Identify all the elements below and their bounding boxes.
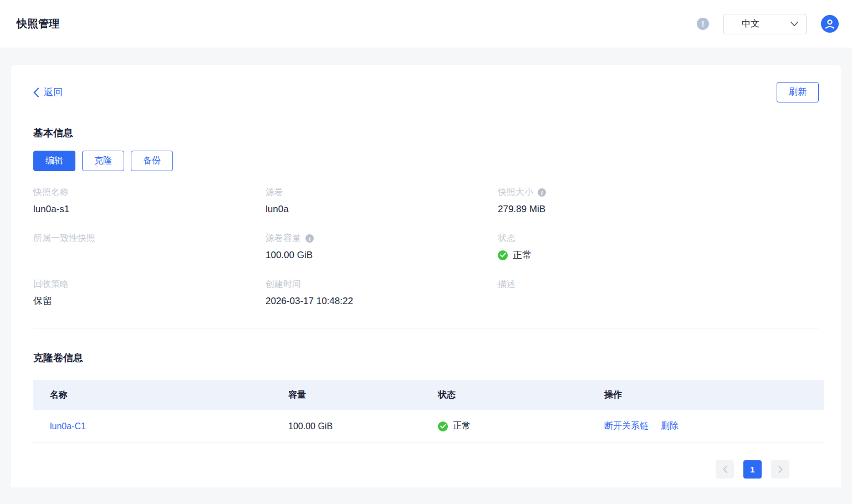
column-header-actions: 操作 (604, 389, 824, 401)
back-link[interactable]: 返回 (33, 86, 63, 99)
field-value: 保留 (33, 295, 266, 307)
field-value (498, 295, 819, 307)
chevron-left-icon (33, 88, 39, 97)
backup-button[interactable]: 备份 (131, 151, 173, 171)
section-divider (33, 328, 819, 328)
header-actions: ! 中文 (697, 14, 839, 34)
disconnect-relation-link[interactable]: 断开关系链 (604, 420, 649, 432)
field-value: 2026-03-17 10:48:22 (266, 295, 498, 307)
info-icon[interactable]: i (538, 188, 546, 197)
field-description: 描述 (498, 279, 819, 307)
status-ok-check-icon (438, 421, 448, 431)
field-source-capacity: 源卷容量 i 100.00 GiB (266, 233, 498, 261)
back-label: 返回 (44, 86, 63, 99)
field-label: 快照大小 i (498, 187, 819, 198)
refresh-button[interactable]: 刷新 (777, 82, 819, 102)
field-value: lun0a-s1 (33, 203, 266, 215)
column-header-status: 状态 (438, 389, 604, 401)
field-reclaim-policy: 回收策略 保留 (33, 279, 266, 307)
clone-volume-link[interactable]: lun0a-C1 (50, 421, 86, 431)
field-value: lun0a (266, 203, 498, 215)
clone-volume-table: 名称 容量 状态 操作 lun0a-C1 100.00 GiB 正常 断开关系链… (33, 380, 824, 443)
field-label: 回收策略 (33, 279, 266, 290)
status-ok-check-icon (498, 250, 508, 260)
column-header-name: 名称 (33, 389, 288, 401)
status-text: 正常 (513, 249, 532, 261)
field-snapshot-size: 快照大小 i 279.89 MiB (498, 187, 819, 215)
field-value: 279.89 MiB (498, 203, 819, 215)
field-create-time: 创建时间 2026-03-17 10:48:22 (266, 279, 498, 307)
column-header-capacity: 容量 (288, 389, 438, 401)
language-select[interactable]: 中文 (723, 14, 807, 34)
field-label: 源卷 (266, 187, 498, 198)
cell-capacity: 100.00 GiB (288, 421, 438, 431)
basic-info-grid: 快照名称 lun0a-s1 源卷 lun0a 快照大小 i 279.89 MiB… (33, 187, 819, 307)
field-label: 所属一致性快照 (33, 233, 266, 244)
chevron-down-icon (790, 22, 798, 27)
delete-link[interactable]: 删除 (661, 420, 678, 432)
cell-actions: 断开关系链 删除 (604, 420, 824, 432)
user-icon (824, 18, 835, 29)
top-header: 快照管理 ! 中文 (0, 0, 852, 48)
row-status: 正常 (438, 420, 471, 432)
field-label: 描述 (498, 279, 819, 290)
status-text: 正常 (453, 420, 471, 432)
field-value: 100.00 GiB (266, 249, 498, 261)
card-toolbar: 返回 刷新 (33, 82, 819, 102)
page-title: 快照管理 (17, 17, 60, 31)
pagination-next-button[interactable] (771, 460, 789, 479)
basic-info-actions: 编辑 克隆 备份 (33, 151, 819, 171)
cell-status: 正常 (438, 420, 604, 432)
field-label: 源卷容量 i (266, 233, 498, 244)
field-status: 状态 正常 (498, 233, 819, 261)
field-snapshot-name: 快照名称 lun0a-s1 (33, 187, 266, 215)
field-source-volume: 源卷 lun0a (266, 187, 498, 215)
pagination-page-1[interactable]: 1 (743, 460, 762, 479)
cell-name: lun0a-C1 (33, 421, 288, 431)
table-row: lun0a-C1 100.00 GiB 正常 断开关系链 删除 (33, 410, 824, 443)
user-avatar-icon[interactable] (821, 15, 839, 33)
notification-exclamation-icon[interactable]: ! (697, 18, 709, 30)
table-header-row: 名称 容量 状态 操作 (33, 380, 824, 410)
field-label-text: 快照大小 (498, 187, 533, 198)
pagination: 1 (33, 460, 819, 479)
language-select-value: 中文 (742, 18, 759, 30)
field-label-text: 源卷容量 (266, 233, 301, 244)
field-consistency-group: 所属一致性快照 (33, 233, 266, 261)
basic-info-title: 基本信息 (33, 126, 819, 140)
field-label: 快照名称 (33, 187, 266, 198)
field-label: 状态 (498, 233, 819, 244)
field-value (33, 249, 266, 261)
chevron-left-icon (723, 466, 727, 473)
pagination-prev-button[interactable] (716, 460, 734, 479)
clone-button[interactable]: 克隆 (82, 151, 124, 171)
clone-info-title: 克隆卷信息 (33, 351, 819, 364)
snapshot-detail-card: 返回 刷新 基本信息 编辑 克隆 备份 快照名称 lun0a-s1 源卷 lun… (11, 65, 841, 487)
edit-button[interactable]: 编辑 (33, 151, 75, 171)
field-label: 创建时间 (266, 279, 498, 290)
info-icon[interactable]: i (305, 234, 314, 243)
chevron-right-icon (778, 466, 783, 473)
field-value: 正常 (498, 249, 819, 261)
